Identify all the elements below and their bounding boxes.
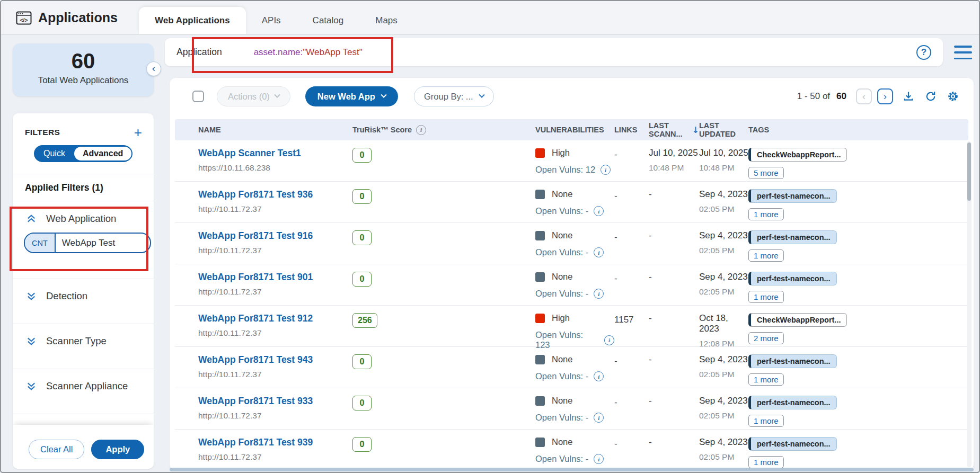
info-icon[interactable]: i xyxy=(604,335,614,345)
column-header-vulnerabilities[interactable]: VULNERABILITIES xyxy=(535,119,614,140)
more-tags-button[interactable]: 1 more xyxy=(748,415,784,427)
download-icon[interactable] xyxy=(902,90,915,103)
settings-gear-icon[interactable] xyxy=(946,90,960,103)
app-name-link[interactable]: WebApp For8171 Test 916 xyxy=(198,230,313,241)
help-icon[interactable]: ? xyxy=(916,45,931,60)
new-web-app-button[interactable]: New Web App xyxy=(305,86,398,106)
actions-button[interactable]: Actions (0) xyxy=(217,86,290,106)
info-icon[interactable]: i xyxy=(594,247,604,257)
tag-chip[interactable]: perf-test-namecon... xyxy=(748,272,837,285)
filter-section-scanner-type[interactable]: Scanner Type xyxy=(13,324,154,358)
app-name-link[interactable]: WebApp Scanner Test1 xyxy=(198,148,301,158)
tab-catalog[interactable]: Catalog xyxy=(297,7,360,34)
filter-section-detection[interactable]: Detection xyxy=(13,279,154,313)
table-row[interactable]: WebApp For8171 Test 943 http://10.11.72.… xyxy=(175,347,968,388)
info-icon[interactable]: i xyxy=(594,289,604,299)
app-name-link[interactable]: WebApp For8171 Test 912 xyxy=(198,313,313,324)
previous-page-button[interactable]: ‹ xyxy=(856,88,872,104)
search-bar[interactable]: Application asset.name:"WebApp Test" ? xyxy=(165,38,943,66)
last-updated-cell: Sep 4, 2023 02:05 PM xyxy=(699,189,748,222)
column-header-name[interactable]: NAME xyxy=(198,119,352,140)
column-header-links[interactable]: LINKS xyxy=(614,119,649,140)
tag-chip[interactable]: perf-test-namecon... xyxy=(748,354,837,368)
last-updated-cell: Oct 18, 2023 12:08 PM xyxy=(699,313,748,350)
severity-icon xyxy=(535,148,545,158)
tag-chip[interactable]: CheckWebappReport... xyxy=(748,148,847,162)
add-filter-button[interactable]: + xyxy=(134,127,142,138)
open-vulns-text: Open Vulns: 123 xyxy=(535,330,599,350)
menu-icon[interactable] xyxy=(954,46,972,59)
search-scope-label[interactable]: Application xyxy=(165,47,236,58)
column-header-tags[interactable]: TAGS xyxy=(748,119,968,140)
info-icon[interactable]: i xyxy=(594,371,604,381)
info-icon[interactable]: i xyxy=(594,454,604,464)
table-row[interactable]: WebApp Scanner Test1 https://10.11.68.23… xyxy=(175,140,968,182)
tag-chip[interactable]: perf-test-namecon... xyxy=(748,230,837,244)
app-name-link[interactable]: WebApp For8171 Test 901 xyxy=(198,272,313,282)
last-updated-cell: Sep 4, 2023 02:05 PM xyxy=(699,437,748,470)
last-updated-cell: Jul 10, 2025 10:48 PM xyxy=(699,148,748,181)
table-row[interactable]: WebApp For8171 Test 936 http://10.11.72.… xyxy=(175,182,968,223)
tab-apis[interactable]: APIs xyxy=(246,7,297,34)
severity-label: None xyxy=(552,396,572,406)
score-cell: 0 xyxy=(352,354,535,388)
info-icon[interactable]: i xyxy=(601,165,611,175)
app-name-link[interactable]: WebApp For8171 Test 936 xyxy=(198,189,313,200)
tag-chip[interactable]: perf-test-namecon... xyxy=(748,437,837,451)
sidebar-collapse-button[interactable]: ‹ xyxy=(146,61,161,76)
filter-section-web-application[interactable]: Web Application xyxy=(13,201,154,225)
next-page-button[interactable]: › xyxy=(877,88,893,104)
search-query[interactable]: asset.name:"WebApp Test" xyxy=(254,47,363,58)
app-url: http://10.11.72.37 xyxy=(198,287,352,297)
refresh-icon[interactable] xyxy=(924,90,938,103)
info-icon[interactable]: i xyxy=(594,206,604,216)
more-tags-button[interactable]: 2 more xyxy=(748,332,784,344)
scrollbar-thumb[interactable] xyxy=(967,142,971,201)
column-header-last-scanned[interactable]: LAST SCANN... ↓ xyxy=(649,119,699,140)
column-header-trurisk-score[interactable]: TruRisk™ Score i xyxy=(352,119,535,140)
tab-web-applications[interactable]: Web Applications xyxy=(139,7,246,34)
info-icon[interactable]: i xyxy=(594,413,604,423)
tags-cell: perf-test-namecon... 1 more xyxy=(748,272,968,305)
webapp-filter-input[interactable]: CNT WebApp Test xyxy=(24,233,151,253)
filter-section-label: Detection xyxy=(46,290,87,302)
open-vulns-text: Open Vulns: - xyxy=(535,247,588,257)
column-header-last-updated[interactable]: LAST UPDATED xyxy=(699,119,748,140)
filter-section-scanner-appliance[interactable]: Scanner Appliance xyxy=(13,369,154,403)
more-tags-button[interactable]: 1 more xyxy=(748,249,784,262)
apply-button[interactable]: Apply xyxy=(91,440,144,459)
tag-chip[interactable]: CheckWebappReport... xyxy=(748,313,847,327)
vertical-scrollbar[interactable] xyxy=(967,141,972,467)
advanced-mode-option[interactable]: Advanced xyxy=(73,146,133,162)
quick-mode-option[interactable]: Quick xyxy=(34,149,74,158)
app-name-link[interactable]: WebApp For8171 Test 939 xyxy=(198,437,313,448)
select-all-checkbox[interactable] xyxy=(192,91,204,102)
clear-all-button[interactable]: Clear All xyxy=(29,440,84,459)
tags-cell: perf-test-namecon... 1 more xyxy=(748,354,968,388)
group-by-button[interactable]: Group By: ... xyxy=(414,86,494,106)
app-name-link[interactable]: WebApp For8171 Test 943 xyxy=(198,354,313,365)
app-name-link[interactable]: WebApp For8171 Test 933 xyxy=(198,396,313,406)
tag-chip[interactable]: perf-test-namecon... xyxy=(748,396,837,409)
links-cell: 1157 xyxy=(614,313,649,350)
app-url: http://10.11.72.37 xyxy=(198,204,352,214)
trurisk-score-badge: 0 xyxy=(352,272,372,287)
more-tags-button[interactable]: 5 more xyxy=(748,167,784,179)
sort-descending-icon[interactable]: ↓ xyxy=(692,125,699,135)
table-row[interactable]: WebApp For8171 Test 933 http://10.11.72.… xyxy=(175,388,968,430)
tab-maps[interactable]: Maps xyxy=(359,7,413,34)
info-icon[interactable]: i xyxy=(416,125,426,135)
table-row[interactable]: WebApp For8171 Test 912 http://10.11.72.… xyxy=(175,306,968,347)
more-tags-button[interactable]: 1 more xyxy=(748,456,784,468)
filter-mode-toggle[interactable]: Quick Advanced xyxy=(34,145,132,162)
more-tags-button[interactable]: 1 more xyxy=(748,373,784,386)
table-body: WebApp Scanner Test1 https://10.11.68.23… xyxy=(175,140,968,470)
more-tags-button[interactable]: 1 more xyxy=(748,208,784,220)
horizontal-scrollbar[interactable] xyxy=(170,468,974,471)
filter-value[interactable]: WebApp Test xyxy=(56,234,122,252)
table-row[interactable]: WebApp For8171 Test 916 http://10.11.72.… xyxy=(175,223,968,264)
tag-chip[interactable]: perf-test-namecon... xyxy=(748,189,837,203)
table-row[interactable]: WebApp For8171 Test 939 http://10.11.72.… xyxy=(175,430,968,470)
table-row[interactable]: WebApp For8171 Test 901 http://10.11.72.… xyxy=(175,264,968,306)
more-tags-button[interactable]: 1 more xyxy=(748,291,784,303)
